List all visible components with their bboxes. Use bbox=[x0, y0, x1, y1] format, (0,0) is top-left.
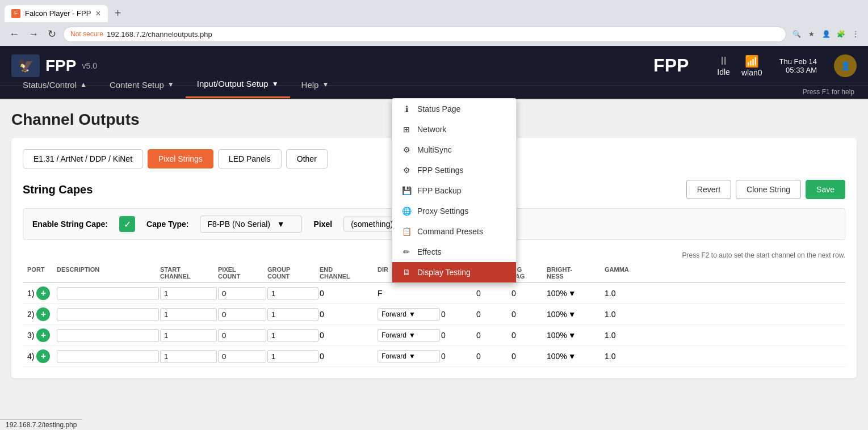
start-channel-3-input[interactable] bbox=[160, 329, 217, 342]
add-row-3-button[interactable]: + bbox=[36, 328, 50, 342]
proxy-icon: 🌐 bbox=[401, 206, 412, 216]
brightness-4[interactable]: 100%▼ bbox=[547, 352, 603, 361]
extensions-icon[interactable]: 🧩 bbox=[835, 28, 846, 40]
dropdown-status-page[interactable]: ℹ Status Page bbox=[392, 99, 516, 119]
address-bar[interactable]: Not secure 192.168.7.2/channeloutputs.ph… bbox=[63, 27, 786, 42]
pixel-count-4-input[interactable] bbox=[218, 350, 266, 363]
group-count-2-input[interactable] bbox=[267, 308, 318, 321]
tab-led-panels[interactable]: LED Panels bbox=[218, 149, 282, 168]
dropdown-fpp-settings[interactable]: ⚙ FPP Settings bbox=[392, 160, 516, 180]
start-channel-1-input[interactable] bbox=[160, 287, 217, 300]
caret-icon: ▲ bbox=[80, 81, 87, 88]
dropdown-multisync[interactable]: ⚙ MultiSync bbox=[392, 140, 516, 160]
dropdown-command-presets[interactable]: 📋 Command Presets bbox=[392, 221, 516, 242]
search-icon[interactable]: 🔍 bbox=[791, 28, 802, 40]
start-channel-4-input[interactable] bbox=[160, 350, 217, 363]
col-pixel-count: PIXELCOUNT bbox=[218, 266, 266, 280]
pixel-count-3-input[interactable] bbox=[218, 329, 266, 342]
tab-close-btn[interactable]: × bbox=[95, 9, 100, 19]
gamma-4: 1.0 bbox=[605, 352, 644, 361]
zig-zag-4: 0 bbox=[511, 352, 546, 361]
effects-icon: ✏ bbox=[401, 247, 412, 256]
refresh-button[interactable]: ↻ bbox=[45, 26, 58, 43]
zig-zag-2: 0 bbox=[511, 310, 546, 319]
dir-3-select[interactable]: Forward▼ bbox=[378, 329, 440, 342]
nav-content-setup[interactable]: Content Setup ▼ bbox=[98, 71, 186, 98]
dropdown-fpp-backup[interactable]: 💾 FPP Backup bbox=[392, 180, 516, 201]
col-gamma: GAMMA bbox=[605, 266, 644, 280]
menu-icon[interactable]: ⋮ bbox=[850, 28, 861, 40]
enable-cape-checkbox[interactable]: ✓ bbox=[119, 216, 135, 232]
nav-help[interactable]: Help ▼ bbox=[290, 71, 341, 98]
tab-e131[interactable]: E1.31 / ArtNet / DDP / KiNet bbox=[23, 149, 143, 168]
zig-zag-1: 0 bbox=[511, 289, 546, 298]
description-4-input[interactable] bbox=[57, 350, 159, 363]
description-2-input[interactable] bbox=[57, 308, 159, 321]
nav-status-control[interactable]: Status/Control ▲ bbox=[11, 71, 98, 98]
network-icon: ⊞ bbox=[401, 125, 412, 134]
cape-type-select[interactable]: F8-PB (No Serial) ▼ bbox=[200, 216, 302, 233]
col-end-channel: ENDCHANNEL bbox=[320, 266, 376, 280]
table-row: 1) + 0 F 0 0 100%▼ 1.0 bbox=[23, 283, 845, 304]
url-text: 192.168.7.2/channeloutputs.php bbox=[107, 30, 212, 39]
browser-tab[interactable]: F Falcon Player - FPP × bbox=[5, 5, 108, 22]
description-3-input[interactable] bbox=[57, 329, 159, 342]
not-secure-label: Not secure bbox=[70, 30, 103, 38]
tab-other[interactable]: Other bbox=[286, 149, 328, 168]
back-button[interactable]: ← bbox=[7, 26, 22, 43]
nav-io-setup[interactable]: Input/Output Setup ▼ bbox=[186, 71, 290, 98]
col-port: PORT bbox=[27, 266, 56, 280]
dropdown-network[interactable]: ⊞ Network bbox=[392, 119, 516, 140]
table-row: 4) + 0 Forward▼ 0 0 0 100%▼ 1.0 bbox=[23, 346, 845, 367]
group-count-4-input[interactable] bbox=[267, 350, 318, 363]
col-zig-zag: ZIGZAG bbox=[511, 266, 546, 280]
profile-icon[interactable]: 👤 bbox=[820, 28, 832, 40]
enable-cape-label: Enable String Cape: bbox=[32, 220, 108, 229]
end-channel-4: 0 bbox=[320, 352, 376, 361]
clone-string-button[interactable]: Clone String bbox=[736, 180, 801, 199]
end-channel-1: 0 bbox=[320, 289, 376, 298]
cape-type-label: Cape Type: bbox=[146, 220, 188, 229]
multisync-icon: ⚙ bbox=[401, 145, 412, 154]
col-brightness: BRIGHT-NESS bbox=[547, 266, 603, 280]
start-nulls-4: 0 bbox=[441, 352, 475, 361]
tab-title: Falcon Player - FPP bbox=[25, 9, 91, 18]
brightness-3[interactable]: 100%▼ bbox=[547, 331, 603, 340]
dir-2-select[interactable]: Forward▼ bbox=[378, 308, 440, 321]
group-count-1-input[interactable] bbox=[267, 287, 318, 300]
group-count-3-input[interactable] bbox=[267, 329, 318, 342]
backup-icon: 💾 bbox=[401, 186, 412, 195]
start-channel-2-input[interactable] bbox=[160, 308, 217, 321]
pixel-count-1-input[interactable] bbox=[218, 287, 266, 300]
new-tab-button[interactable]: + bbox=[110, 5, 126, 22]
status-bar: 192.168.7.2/testing.php bbox=[0, 419, 82, 420]
dropdown-display-testing[interactable]: 🖥 Display Testing bbox=[392, 262, 516, 283]
caret-icon: ▼ bbox=[322, 81, 329, 88]
pixel-count-2-input[interactable] bbox=[218, 308, 266, 321]
tab-pixel-strings[interactable]: Pixel Strings bbox=[148, 149, 213, 168]
add-row-4-button[interactable]: + bbox=[36, 349, 50, 363]
zig-zag-3: 0 bbox=[511, 331, 546, 340]
brightness-2[interactable]: 100%▼ bbox=[547, 310, 603, 319]
start-nulls-2: 0 bbox=[441, 310, 475, 319]
dir-4-select[interactable]: Forward▼ bbox=[378, 350, 440, 362]
description-1-input[interactable] bbox=[57, 287, 159, 300]
add-row-2-button[interactable]: + bbox=[36, 307, 50, 321]
port-1: 1) + bbox=[27, 286, 56, 300]
bookmark-icon[interactable]: ★ bbox=[806, 28, 817, 40]
revert-button[interactable]: Revert bbox=[686, 180, 731, 199]
status-dropdown: ℹ Status Page ⊞ Network ⚙ MultiSync ⚙ FP… bbox=[392, 98, 517, 283]
start-nulls-3: 0 bbox=[441, 331, 475, 340]
save-button[interactable]: Save bbox=[806, 180, 845, 199]
end-nulls-2: 0 bbox=[476, 310, 510, 319]
add-row-1-button[interactable]: + bbox=[36, 286, 50, 300]
table-body: 1) + 0 F 0 0 100%▼ 1.0 bbox=[23, 283, 845, 367]
brightness-1[interactable]: 100%▼ bbox=[547, 289, 603, 298]
dropdown-proxy-settings[interactable]: 🌐 Proxy Settings bbox=[392, 201, 516, 221]
settings-icon: ⚙ bbox=[401, 166, 412, 175]
table-row: 3) + 0 Forward▼ 0 0 0 100%▼ 1.0 bbox=[23, 325, 845, 346]
gamma-3: 1.0 bbox=[605, 331, 644, 340]
presets-icon: 📋 bbox=[401, 227, 412, 236]
dropdown-effects[interactable]: ✏ Effects bbox=[392, 242, 516, 262]
forward-button[interactable]: → bbox=[26, 26, 41, 43]
